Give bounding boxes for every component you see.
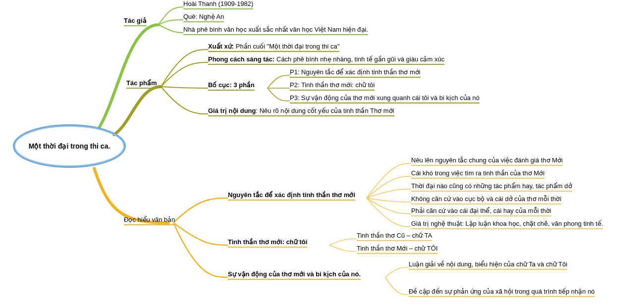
nguyentac-item-5: Giá trị nghệ thuật: Lập luận khoa học, c… — [411, 220, 603, 229]
xuatxu-bold: Xuất xứ: — [208, 43, 234, 50]
dochieu-nguyentac: Nguyên tắc để xác định tinh thần thơ mới — [228, 191, 355, 201]
bocuc-item-1: P2: Tinh thần thơ mới: chữ tôi — [290, 81, 375, 91]
tacpham-phongcach: Phong cách sáng tác: Cách phê bình nhẹ n… — [208, 55, 444, 65]
dochieu-tinhthan: Tinh thần thơ mới: chữ tôi — [228, 238, 307, 248]
nguyentac-item-0: Nêu lên nguyên tắc chung của việc đánh g… — [411, 156, 563, 166]
branch-tacpham: Tác phẩm — [126, 79, 157, 89]
tacgia-item-2: Nhà phê bình văn học xuất sắc nhất văn h… — [183, 26, 368, 35]
mindmap-canvas: Một thời đại trong thi ca. — [0, 0, 644, 307]
tacpham-giatri: Giá trị nội dung: Nêu rõ nội dung cốt yế… — [208, 107, 394, 116]
branch-dochieu: Đọc hiểu văn bản — [124, 216, 175, 225]
dochieu-suvandong: Sự vận động của thơ mới và bi kịch của n… — [228, 270, 361, 280]
tacpham-label: Tác phẩm — [126, 79, 157, 87]
nguyentac-item-4: Phải căn cứ vào cái đại thể, cái hay của… — [411, 207, 551, 216]
tinhthan-item-0: Tinh thần thơ Cũ – chữ TA — [357, 232, 432, 241]
suvandong-item-0: Luận giải về nội dung, biểu hiện của chữ… — [409, 260, 567, 270]
xuatxu-text: Phần cuối "Một thời đại trong thi ca" — [234, 43, 339, 50]
root-node: Một thời đại trong thi ca. — [20, 129, 119, 163]
tacpham-bocuc: Bố cục: 3 phần — [208, 81, 255, 91]
phongcach-text: Cách phê bình nhẹ nhàng, tinh tế gần gũi… — [274, 55, 444, 63]
nguyentac-item-1: Cái khó trong việc tìm ra tinh thần của … — [411, 169, 544, 179]
nguyentac-item-2: Thời đại nào cũng có những tác phẩm hay,… — [411, 182, 572, 192]
root-title: Một thời đại trong thi ca. — [29, 142, 110, 150]
giatri-text: : Nêu rõ nội dung cốt yếu của tinh thần … — [256, 107, 394, 114]
suvandong-item-1: Đề cập đến sự phản ứng của xã hội trong … — [409, 288, 595, 297]
tinhthan-item-1: Tinh thần thơ Mới – chữ TÔI — [357, 245, 438, 254]
nguyentac-item-3: Không căn cứ vào cục bộ và cái dở của th… — [411, 195, 561, 205]
dochieu-label: Đọc hiểu văn bản — [124, 216, 175, 223]
tacpham-xuatxu: Xuất xứ: Phần cuối "Một thời đại trong t… — [208, 43, 339, 52]
branch-tacgia: Tác giả — [124, 17, 147, 26]
tacgia-item-1: Quê: Nghệ An — [183, 13, 224, 22]
phongcach-bold: Phong cách sáng tác: — [208, 55, 274, 63]
tacgia-item-0: Hoài Thanh (1909-1982) — [183, 0, 253, 9]
tacgia-label: Tác giả — [124, 17, 147, 24]
bocuc-item-0: P1: Nguyên tắc để xác định tinh thần thơ… — [290, 68, 421, 78]
giatri-bold: Giá trị nội dung — [208, 107, 256, 114]
bocuc-item-2: P3: Sự vận động của thơ mới xung quanh c… — [290, 94, 480, 103]
